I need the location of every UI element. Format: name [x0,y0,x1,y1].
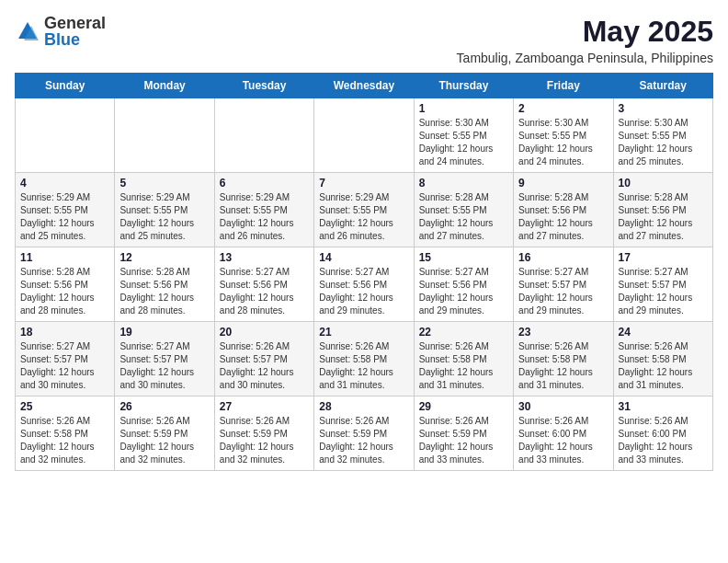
day-number: 12 [119,251,209,264]
day-number: 31 [619,400,708,413]
day-info: Sunrise: 5:26 AM Sunset: 5:59 PM Dayligh… [319,415,408,466]
weekday-friday: Friday [514,74,613,98]
day-number: 3 [619,102,708,115]
calendar-week-4: 18Sunrise: 5:27 AM Sunset: 5:57 PM Dayli… [16,322,713,396]
calendar-cell: 27Sunrise: 5:26 AM Sunset: 5:59 PM Dayli… [214,396,313,471]
calendar-cell: 23Sunrise: 5:26 AM Sunset: 5:58 PM Dayli… [514,322,613,396]
calendar-cell: 25Sunrise: 5:26 AM Sunset: 5:58 PM Dayli… [16,396,115,471]
calendar-cell [115,98,214,173]
calendar-week-2: 4Sunrise: 5:29 AM Sunset: 5:55 PM Daylig… [16,173,713,247]
day-info: Sunrise: 5:28 AM Sunset: 5:56 PM Dayligh… [119,266,209,317]
day-info: Sunrise: 5:29 AM Sunset: 5:55 PM Dayligh… [119,191,209,243]
day-info: Sunrise: 5:27 AM Sunset: 5:56 PM Dayligh… [220,266,309,317]
day-number: 7 [319,177,408,190]
day-info: Sunrise: 5:30 AM Sunset: 5:55 PM Dayligh… [619,117,708,168]
calendar-cell: 13Sunrise: 5:27 AM Sunset: 5:56 PM Dayli… [214,247,313,322]
day-number: 2 [518,102,608,115]
day-info: Sunrise: 5:26 AM Sunset: 6:00 PM Dayligh… [619,415,708,466]
calendar-cell: 20Sunrise: 5:26 AM Sunset: 5:57 PM Dayli… [214,322,313,396]
day-info: Sunrise: 5:28 AM Sunset: 5:56 PM Dayligh… [20,266,109,317]
calendar-cell: 8Sunrise: 5:28 AM Sunset: 5:55 PM Daylig… [414,173,513,247]
weekday-tuesday: Tuesday [214,74,313,98]
day-number: 16 [518,251,608,264]
day-number: 26 [119,400,209,413]
calendar-cell: 24Sunrise: 5:26 AM Sunset: 5:58 PM Dayli… [613,322,712,396]
day-info: Sunrise: 5:27 AM Sunset: 5:57 PM Dayligh… [619,266,708,317]
day-number: 10 [619,177,708,190]
day-number: 22 [419,326,508,339]
day-number: 29 [419,400,508,413]
weekday-thursday: Thursday [414,74,513,98]
calendar-cell: 2Sunrise: 5:30 AM Sunset: 5:55 PM Daylig… [514,98,613,173]
day-info: Sunrise: 5:26 AM Sunset: 5:58 PM Dayligh… [419,340,508,392]
day-info: Sunrise: 5:29 AM Sunset: 5:55 PM Dayligh… [20,191,109,243]
day-number: 8 [419,177,508,190]
calendar-cell: 14Sunrise: 5:27 AM Sunset: 5:56 PM Dayli… [314,247,414,322]
calendar-cell [314,98,414,173]
day-number: 30 [518,400,608,413]
page-header: General Blue May 2025 Tambulig, Zamboang… [15,15,713,65]
calendar-cell: 19Sunrise: 5:27 AM Sunset: 5:57 PM Dayli… [115,322,214,396]
weekday-monday: Monday [115,74,214,98]
day-info: Sunrise: 5:26 AM Sunset: 5:59 PM Dayligh… [119,415,209,466]
calendar-cell: 12Sunrise: 5:28 AM Sunset: 5:56 PM Dayli… [115,247,214,322]
calendar-cell: 6Sunrise: 5:29 AM Sunset: 5:55 PM Daylig… [214,173,313,247]
day-info: Sunrise: 5:27 AM Sunset: 5:57 PM Dayligh… [518,266,608,317]
day-info: Sunrise: 5:27 AM Sunset: 5:56 PM Dayligh… [419,266,508,317]
day-info: Sunrise: 5:26 AM Sunset: 5:59 PM Dayligh… [220,415,309,466]
calendar-cell [16,98,115,173]
day-number: 5 [119,177,209,190]
day-info: Sunrise: 5:30 AM Sunset: 5:55 PM Dayligh… [518,117,608,168]
day-info: Sunrise: 5:27 AM Sunset: 5:56 PM Dayligh… [319,266,408,317]
calendar-cell: 3Sunrise: 5:30 AM Sunset: 5:55 PM Daylig… [613,98,712,173]
calendar-cell: 31Sunrise: 5:26 AM Sunset: 6:00 PM Dayli… [613,396,712,471]
day-info: Sunrise: 5:26 AM Sunset: 5:58 PM Dayligh… [518,340,608,392]
logo-icon [15,18,40,44]
calendar-cell: 9Sunrise: 5:28 AM Sunset: 5:56 PM Daylig… [514,173,613,247]
page-subtitle: Tambulig, Zamboanga Peninsula, Philippin… [457,51,713,65]
day-info: Sunrise: 5:29 AM Sunset: 5:55 PM Dayligh… [220,191,309,243]
day-number: 11 [20,251,109,264]
day-info: Sunrise: 5:29 AM Sunset: 5:55 PM Dayligh… [319,191,408,243]
day-info: Sunrise: 5:27 AM Sunset: 5:57 PM Dayligh… [119,340,209,392]
calendar-cell: 5Sunrise: 5:29 AM Sunset: 5:55 PM Daylig… [115,173,214,247]
calendar-header: SundayMondayTuesdayWednesdayThursdayFrid… [16,74,713,98]
day-number: 28 [319,400,408,413]
page-title: May 2025 [457,15,713,49]
day-number: 27 [220,400,309,413]
day-info: Sunrise: 5:26 AM Sunset: 5:58 PM Dayligh… [319,340,408,392]
weekday-saturday: Saturday [613,74,712,98]
calendar-cell: 26Sunrise: 5:26 AM Sunset: 5:59 PM Dayli… [115,396,214,471]
weekday-header-row: SundayMondayTuesdayWednesdayThursdayFrid… [16,74,713,98]
day-info: Sunrise: 5:28 AM Sunset: 5:56 PM Dayligh… [518,191,608,243]
day-number: 23 [518,326,608,339]
day-number: 24 [619,326,708,339]
day-number: 15 [419,251,508,264]
calendar-body: 1Sunrise: 5:30 AM Sunset: 5:55 PM Daylig… [16,98,713,471]
calendar-cell: 22Sunrise: 5:26 AM Sunset: 5:58 PM Dayli… [414,322,513,396]
calendar-cell: 28Sunrise: 5:26 AM Sunset: 5:59 PM Dayli… [314,396,414,471]
day-info: Sunrise: 5:27 AM Sunset: 5:57 PM Dayligh… [20,340,109,392]
calendar-cell: 29Sunrise: 5:26 AM Sunset: 5:59 PM Dayli… [414,396,513,471]
day-number: 6 [220,177,309,190]
day-info: Sunrise: 5:26 AM Sunset: 5:58 PM Dayligh… [619,340,708,392]
day-info: Sunrise: 5:28 AM Sunset: 5:56 PM Dayligh… [619,191,708,243]
day-info: Sunrise: 5:30 AM Sunset: 5:55 PM Dayligh… [419,117,508,168]
calendar-cell: 1Sunrise: 5:30 AM Sunset: 5:55 PM Daylig… [414,98,513,173]
day-info: Sunrise: 5:26 AM Sunset: 5:57 PM Dayligh… [220,340,309,392]
day-info: Sunrise: 5:26 AM Sunset: 6:00 PM Dayligh… [518,415,608,466]
calendar-cell: 7Sunrise: 5:29 AM Sunset: 5:55 PM Daylig… [314,173,414,247]
day-number: 20 [220,326,309,339]
day-number: 17 [619,251,708,264]
calendar-cell: 30Sunrise: 5:26 AM Sunset: 6:00 PM Dayli… [514,396,613,471]
calendar-cell: 21Sunrise: 5:26 AM Sunset: 5:58 PM Dayli… [314,322,414,396]
calendar-cell: 10Sunrise: 5:28 AM Sunset: 5:56 PM Dayli… [613,173,712,247]
day-info: Sunrise: 5:28 AM Sunset: 5:55 PM Dayligh… [419,191,508,243]
day-number: 19 [119,326,209,339]
day-number: 18 [20,326,109,339]
day-number: 14 [319,251,408,264]
calendar-cell [214,98,313,173]
day-info: Sunrise: 5:26 AM Sunset: 5:58 PM Dayligh… [20,415,109,466]
weekday-wednesday: Wednesday [314,74,414,98]
title-area: May 2025 Tambulig, Zamboanga Peninsula, … [457,15,713,65]
